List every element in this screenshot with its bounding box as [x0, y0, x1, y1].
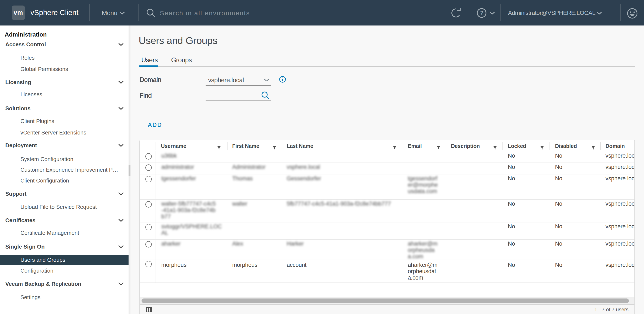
svg-text:?: ?: [480, 10, 483, 16]
